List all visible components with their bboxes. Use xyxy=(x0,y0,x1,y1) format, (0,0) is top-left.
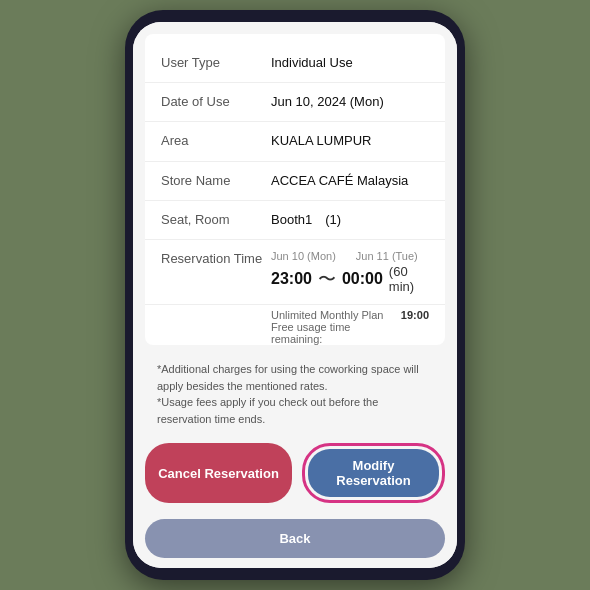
tilde-icon: 〜 xyxy=(318,267,336,291)
time-dates-row: Jun 10 (Mon) Jun 11 (Tue) xyxy=(271,250,429,262)
cancel-reservation-button[interactable]: Cancel Reservation xyxy=(145,443,292,503)
date-of-use-value: Jun 10, 2024 (Mon) xyxy=(271,93,429,111)
modify-button-wrapper: Modify Reservation xyxy=(302,443,445,503)
date-of-use-label: Date of Use xyxy=(161,93,271,111)
store-name-label: Store Name xyxy=(161,172,271,190)
from-time: 23:00 xyxy=(271,270,312,288)
free-usage-row: Unlimited Monthly Plan Free usage time r… xyxy=(145,305,445,345)
reservation-time-block: Jun 10 (Mon) Jun 11 (Tue) 23:00 〜 00:00 … xyxy=(271,250,429,294)
reservation-card: User Type Individual Use Date of Use Jun… xyxy=(145,34,445,345)
user-type-label: User Type xyxy=(161,54,271,72)
screen-content: User Type Individual Use Date of Use Jun… xyxy=(133,22,457,568)
to-time: 00:00 xyxy=(342,270,383,288)
free-usage-value: 19:00 xyxy=(401,309,429,345)
notes-area: *Additional charges for using the cowork… xyxy=(145,353,445,435)
phone-screen: User Type Individual Use Date of Use Jun… xyxy=(133,22,457,568)
duration: (60 min) xyxy=(389,264,429,294)
seat-room-value: Booth1 (1) xyxy=(271,211,429,229)
user-type-row: User Type Individual Use xyxy=(145,44,445,83)
phone-frame: User Type Individual Use Date of Use Jun… xyxy=(125,10,465,580)
to-date: Jun 11 (Tue) xyxy=(356,250,418,262)
seat-room-row: Seat, Room Booth1 (1) xyxy=(145,201,445,240)
seat-room-label: Seat, Room xyxy=(161,211,271,229)
reservation-time-label: Reservation Time xyxy=(161,250,271,268)
date-of-use-row: Date of Use Jun 10, 2024 (Mon) xyxy=(145,83,445,122)
area-value: KUALA LUMPUR xyxy=(271,132,429,150)
modify-reservation-button[interactable]: Modify Reservation xyxy=(308,449,439,497)
from-date: Jun 10 (Mon) xyxy=(271,250,336,262)
note-2: *Usage fees apply if you check out befor… xyxy=(157,394,433,427)
user-type-value: Individual Use xyxy=(271,54,429,72)
reservation-time-row: Reservation Time Jun 10 (Mon) Jun 11 (Tu… xyxy=(145,240,445,305)
area-label: Area xyxy=(161,132,271,150)
note-1: *Additional charges for using the cowork… xyxy=(157,361,433,394)
store-name-value: ACCEA CAFÉ Malaysia xyxy=(271,172,429,190)
area-row: Area KUALA LUMPUR xyxy=(145,122,445,161)
action-buttons: Cancel Reservation Modify Reservation xyxy=(145,443,445,507)
store-name-row: Store Name ACCEA CAFÉ Malaysia xyxy=(145,162,445,201)
time-values-row: 23:00 〜 00:00 (60 min) xyxy=(271,264,429,294)
back-button[interactable]: Back xyxy=(145,519,445,558)
free-usage-label: Unlimited Monthly Plan Free usage time r… xyxy=(271,309,397,345)
